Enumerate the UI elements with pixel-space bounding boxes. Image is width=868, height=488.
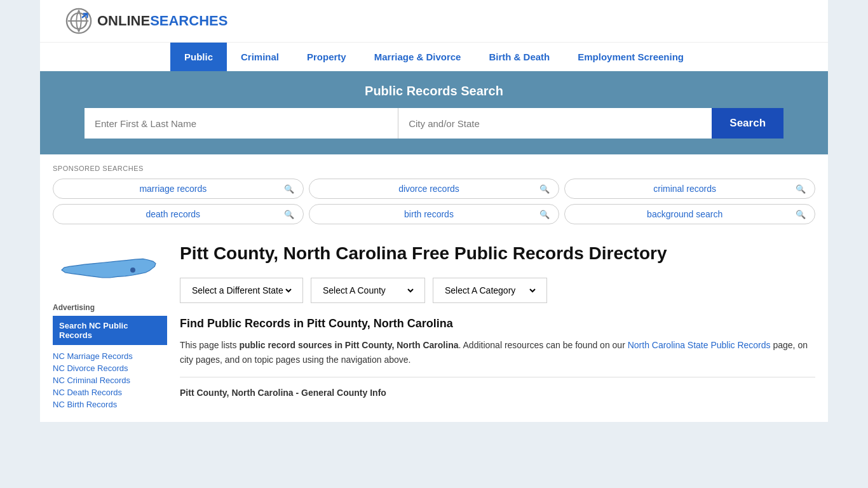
search-icon-4: 🔍: [284, 210, 294, 219]
nav-birth-death[interactable]: Birth & Death: [475, 43, 564, 71]
sub-heading: Pitt County, North Carolina - General Co…: [180, 383, 815, 400]
ad-label: Advertising: [53, 303, 167, 312]
find-text-mid: . Additional resources can be found on o…: [459, 340, 628, 350]
tag-criminal-records[interactable]: criminal records 🔍: [564, 179, 815, 199]
page-title: Pitt County, North Carolina Free Public …: [180, 242, 815, 265]
nav-employment[interactable]: Employment Screening: [564, 43, 698, 71]
sidebar: Advertising Search NC Public Records NC …: [53, 242, 180, 409]
tag-birth-records[interactable]: birth records 🔍: [309, 204, 560, 224]
search-icon-3: 🔍: [796, 184, 806, 194]
find-text-intro: This page lists: [180, 340, 239, 350]
search-icon-6: 🔍: [796, 210, 806, 219]
tag-death-records-label: death records: [62, 209, 284, 219]
tag-divorce-records[interactable]: divorce records 🔍: [309, 179, 560, 199]
search-banner-title: Public Records Search: [65, 84, 803, 98]
nav-public[interactable]: Public: [170, 43, 227, 71]
sidebar-link-birth[interactable]: NC Birth Records: [53, 400, 167, 409]
main-content: Pitt County, North Carolina Free Public …: [180, 242, 815, 409]
tag-birth-records-label: birth records: [318, 209, 540, 219]
sponsored-label: SPONSORED SEARCHES: [53, 165, 815, 172]
tag-marriage-records-label: marriage records: [62, 184, 284, 194]
logo-text: ONLINESEARCHES: [97, 13, 227, 29]
nc-map: [59, 242, 161, 293]
county-dropdown-wrapper: Select A County: [311, 278, 425, 303]
content-area: Advertising Search NC Public Records NC …: [40, 229, 828, 422]
name-input[interactable]: [85, 108, 398, 139]
tag-divorce-records-label: divorce records: [318, 184, 540, 194]
find-text: This page lists public record sources in…: [180, 338, 815, 367]
sidebar-link-marriage[interactable]: NC Marriage Records: [53, 351, 167, 361]
county-dropdown[interactable]: Select A County: [320, 285, 416, 296]
state-dropdown[interactable]: Select a Different State: [189, 285, 294, 296]
sidebar-links: NC Marriage Records NC Divorce Records N…: [53, 351, 167, 409]
nav-property[interactable]: Property: [293, 43, 360, 71]
find-text-bold: public record sources in Pitt County, No…: [239, 340, 458, 350]
nav-criminal[interactable]: Criminal: [227, 43, 293, 71]
map-area: [53, 242, 167, 293]
search-form: Search: [85, 108, 783, 139]
search-icon-2: 🔍: [539, 184, 550, 194]
tag-background-search-label: background search: [574, 209, 796, 219]
search-icon-5: 🔍: [539, 210, 550, 219]
svg-point-3: [130, 268, 135, 273]
sidebar-link-death[interactable]: NC Death Records: [53, 388, 167, 397]
nc-records-link[interactable]: North Carolina State Public Records: [628, 340, 771, 350]
search-button[interactable]: Search: [712, 108, 783, 139]
sponsored-section: SPONSORED SEARCHES marriage records 🔍 di…: [40, 154, 828, 229]
dropdowns-row: Select a Different State Select A County…: [180, 278, 815, 303]
location-input[interactable]: [398, 108, 712, 139]
category-dropdown[interactable]: Select A Category: [442, 285, 538, 296]
main-nav: Public Criminal Property Marriage & Divo…: [40, 42, 828, 71]
search-banner: Public Records Search Search: [40, 71, 828, 154]
nav-marriage-divorce[interactable]: Marriage & Divorce: [360, 43, 475, 71]
logo: ONLINESEARCHES: [65, 8, 227, 34]
header: ONLINESEARCHES: [40, 0, 828, 42]
search-icon-1: 🔍: [284, 184, 294, 194]
ad-link-box[interactable]: Search NC Public Records: [53, 316, 167, 345]
state-dropdown-wrapper: Select a Different State: [180, 278, 303, 303]
tag-background-search[interactable]: background search 🔍: [564, 204, 815, 224]
tag-death-records[interactable]: death records 🔍: [53, 204, 304, 224]
logo-icon: [65, 8, 92, 34]
category-dropdown-wrapper: Select A Category: [433, 278, 547, 303]
sidebar-link-divorce[interactable]: NC Divorce Records: [53, 363, 167, 373]
tag-grid: marriage records 🔍 divorce records 🔍 cri…: [53, 179, 815, 224]
sidebar-link-criminal[interactable]: NC Criminal Records: [53, 376, 167, 385]
tag-criminal-records-label: criminal records: [574, 184, 796, 194]
find-heading: Find Public Records in Pitt County, Nort…: [180, 317, 815, 330]
content-divider: [180, 377, 815, 377]
tag-marriage-records[interactable]: marriage records 🔍: [53, 179, 304, 199]
